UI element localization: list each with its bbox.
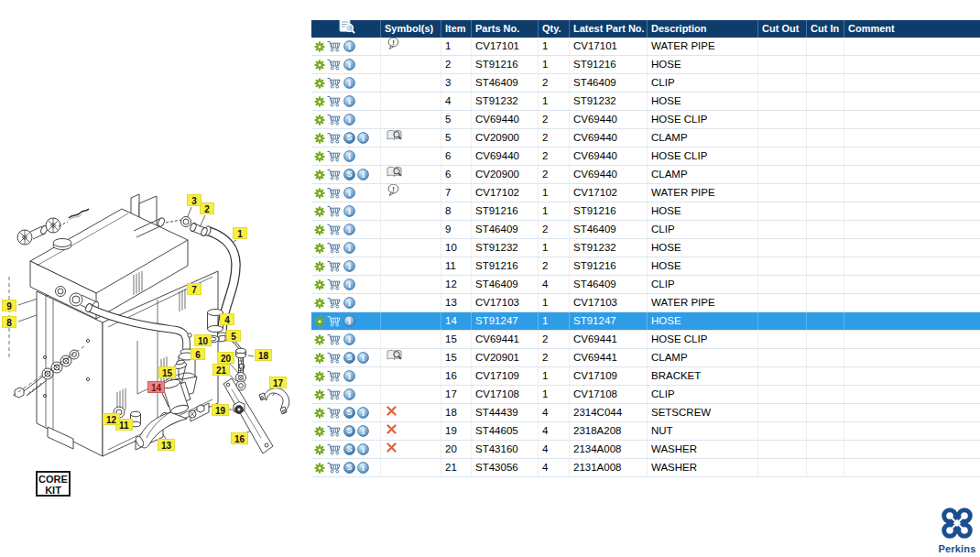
gear-icon[interactable] <box>314 353 325 364</box>
info-icon[interactable]: i <box>343 278 355 290</box>
cart-icon[interactable] <box>327 260 342 272</box>
gear-icon[interactable] <box>314 426 325 437</box>
table-row-item-2[interactable]: i2ST912161ST91216HOSE <box>311 56 980 74</box>
info-icon[interactable]: i <box>343 242 355 254</box>
substitute-icon[interactable]: S <box>343 425 355 437</box>
diagram-callout-1[interactable]: 1 <box>233 227 247 239</box>
table-row-item-18[interactable]: Si18ST4443942314C044SETSCREW <box>311 404 980 422</box>
cart-icon[interactable] <box>327 187 342 199</box>
gear-icon[interactable] <box>314 243 325 254</box>
table-row-item-14[interactable]: i14ST912471ST91247HOSE <box>311 312 980 331</box>
table-row-item-13[interactable]: i13CV171031CV17103WATER PIPE <box>311 294 980 312</box>
info-icon[interactable]: i <box>343 77 355 89</box>
cart-icon[interactable] <box>327 40 342 52</box>
gear-icon[interactable] <box>314 261 325 272</box>
info-icon[interactable]: i <box>357 443 369 455</box>
cart-icon[interactable] <box>327 278 342 290</box>
cart-icon[interactable] <box>327 114 342 126</box>
cart-icon[interactable] <box>327 443 342 455</box>
diagram-callout-3[interactable]: 3 <box>187 194 201 206</box>
cart-icon[interactable] <box>327 132 342 144</box>
diagram-callout-10[interactable]: 10 <box>194 334 212 346</box>
table-row-item-8[interactable]: i8ST912161ST91216HOSE <box>311 202 980 221</box>
diagram-callout-15[interactable]: 15 <box>158 366 176 378</box>
info-icon[interactable]: i <box>343 388 355 400</box>
info-icon[interactable]: i <box>343 333 355 345</box>
substitute-icon[interactable]: S <box>343 132 355 144</box>
cart-icon[interactable] <box>327 169 342 180</box>
gear-icon[interactable] <box>314 279 325 290</box>
diagram-callout-13[interactable]: 13 <box>158 439 175 451</box>
cart-icon[interactable] <box>327 205 342 217</box>
info-icon[interactable]: i <box>343 260 355 272</box>
diagram-callout-6[interactable]: 6 <box>191 348 205 360</box>
gear-icon[interactable] <box>314 316 325 327</box>
cart-icon[interactable] <box>327 224 342 235</box>
info-icon[interactable]: i <box>343 114 355 126</box>
info-icon[interactable]: i <box>357 132 369 144</box>
substitute-icon[interactable]: S <box>343 352 355 364</box>
info-icon[interactable]: i <box>343 40 355 52</box>
gear-icon[interactable] <box>314 133 325 144</box>
table-row-item-19[interactable]: Si19ST4460542318A208NUT <box>311 422 980 441</box>
table-row-item-6[interactable]: i6CV694402CV69440HOSE CLIP <box>311 147 980 166</box>
cart-icon[interactable] <box>327 370 342 382</box>
gear-icon[interactable] <box>314 334 325 345</box>
table-row-item-5[interactable]: Si5CV209002CV69440CLAMP <box>311 129 980 147</box>
table-row-item-10[interactable]: i10ST912321ST91232HOSE <box>311 239 980 257</box>
diagram-callout-21[interactable]: 21 <box>212 364 230 376</box>
info-icon[interactable]: i <box>343 95 355 107</box>
cart-icon[interactable] <box>327 77 342 89</box>
cart-icon[interactable] <box>327 95 342 107</box>
gear-icon[interactable] <box>314 224 325 235</box>
cart-icon[interactable] <box>327 242 342 254</box>
table-row-item-15[interactable]: i15CV694412CV69441HOSE CLIP <box>311 331 980 349</box>
gear-icon[interactable] <box>314 188 325 199</box>
table-row-item-6[interactable]: Si6CV209002CV69440CLAMP <box>311 166 980 184</box>
gear-icon[interactable] <box>314 115 325 126</box>
gear-icon[interactable] <box>314 151 325 162</box>
gear-icon[interactable] <box>314 78 325 89</box>
diagram-callout-16[interactable]: 16 <box>231 432 248 444</box>
cart-icon[interactable] <box>327 59 342 71</box>
gear-icon[interactable] <box>314 298 325 309</box>
cart-icon[interactable] <box>327 388 342 400</box>
gear-icon[interactable] <box>314 463 325 474</box>
table-row-item-16[interactable]: i16CV171091CV17109BRACKET <box>311 367 980 386</box>
diagram-callout-2[interactable]: 2 <box>200 202 214 214</box>
info-icon[interactable]: i <box>343 224 355 235</box>
diagram-callout-4[interactable]: 4 <box>220 313 234 325</box>
diagram-callout-14[interactable]: 14 <box>147 381 165 393</box>
cart-icon[interactable] <box>327 407 342 419</box>
info-icon[interactable]: i <box>343 315 355 327</box>
info-icon[interactable]: i <box>343 59 355 71</box>
cart-icon[interactable] <box>327 150 342 162</box>
table-row-item-7[interactable]: i!7CV171021CV17102WATER PIPE <box>311 184 980 202</box>
substitute-icon[interactable]: S <box>343 462 355 474</box>
info-icon[interactable]: i <box>343 150 355 162</box>
cart-icon[interactable] <box>327 352 342 364</box>
info-icon[interactable]: i <box>357 462 369 474</box>
gear-icon[interactable] <box>314 169 325 180</box>
table-row-item-20[interactable]: Si20ST4316042134A008WASHER <box>311 441 980 459</box>
info-icon[interactable]: i <box>357 169 369 180</box>
diagram-callout-9[interactable]: 9 <box>2 300 16 311</box>
table-row-item-21[interactable]: Si21ST4305642131A008WASHER <box>311 459 980 477</box>
substitute-icon[interactable]: S <box>343 443 355 455</box>
info-icon[interactable]: i <box>357 407 369 419</box>
diagram-callout-5[interactable]: 5 <box>226 330 241 342</box>
diagram-callout-8[interactable]: 8 <box>2 316 16 328</box>
substitute-icon[interactable]: S <box>343 407 355 419</box>
info-icon[interactable]: i <box>343 297 355 309</box>
gear-icon[interactable] <box>314 389 325 400</box>
cart-icon[interactable] <box>327 315 342 327</box>
diagram-callout-12[interactable]: 12 <box>103 413 120 425</box>
table-row-item-15[interactable]: Si15CV209012CV69441CLAMP <box>311 349 980 367</box>
gear-icon[interactable] <box>314 96 325 107</box>
gear-icon[interactable] <box>314 444 325 455</box>
table-row-item-11[interactable]: i11ST912162ST91216HOSE <box>311 257 980 276</box>
info-icon[interactable]: i <box>357 352 369 364</box>
gear-icon[interactable] <box>314 206 325 217</box>
diagram-callout-18[interactable]: 18 <box>255 349 272 361</box>
table-row-item-12[interactable]: i12ST464094ST46409CLIP <box>311 276 980 294</box>
